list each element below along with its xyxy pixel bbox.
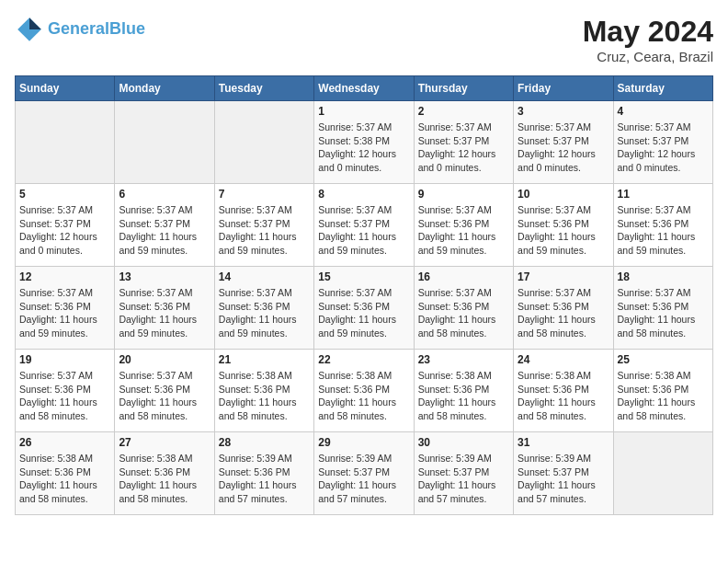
day-info: Sunrise: 5:39 AMSunset: 5:37 PMDaylight:… [418, 452, 509, 506]
logo-text: GeneralBlue [48, 19, 145, 40]
calendar-cell [613, 432, 712, 515]
day-number: 31 [518, 436, 609, 449]
weekday-header-row: SundayMondayTuesdayWednesdayThursdayFrid… [16, 76, 713, 101]
day-number: 7 [219, 188, 310, 201]
day-number: 29 [318, 436, 409, 449]
month-title: May 2024 [583, 15, 713, 49]
calendar-cell [115, 101, 214, 184]
calendar-cell: 8Sunrise: 5:37 AMSunset: 5:37 PMDaylight… [314, 184, 414, 267]
day-number: 2 [418, 105, 509, 118]
calendar-cell: 12Sunrise: 5:37 AMSunset: 5:36 PMDayligh… [16, 267, 115, 350]
calendar-body: 1Sunrise: 5:37 AMSunset: 5:38 PMDaylight… [16, 101, 713, 515]
day-number: 12 [19, 270, 110, 283]
day-number: 14 [219, 270, 310, 283]
day-number: 10 [518, 188, 609, 201]
day-info: Sunrise: 5:37 AMSunset: 5:36 PMDaylight:… [318, 286, 409, 340]
day-number: 28 [219, 436, 310, 449]
weekday-header-sunday: Sunday [16, 76, 115, 101]
calendar-cell: 26Sunrise: 5:38 AMSunset: 5:36 PMDayligh… [16, 432, 115, 515]
calendar-cell: 13Sunrise: 5:37 AMSunset: 5:36 PMDayligh… [115, 267, 214, 350]
page-header: GeneralBlue May 2024 Cruz, Ceara, Brazil [15, 15, 713, 64]
day-info: Sunrise: 5:37 AMSunset: 5:37 PMDaylight:… [119, 203, 210, 258]
day-number: 30 [418, 436, 509, 449]
calendar-cell: 15Sunrise: 5:37 AMSunset: 5:36 PMDayligh… [314, 267, 414, 350]
day-number: 22 [318, 353, 409, 366]
weekday-header-wednesday: Wednesday [314, 76, 414, 101]
day-number: 24 [518, 353, 609, 366]
day-number: 20 [119, 353, 210, 366]
day-info: Sunrise: 5:38 AMSunset: 5:36 PMDaylight:… [518, 369, 609, 423]
day-number: 18 [618, 270, 709, 283]
calendar-cell: 9Sunrise: 5:37 AMSunset: 5:36 PMDaylight… [414, 184, 513, 267]
logo-line2: Blue [109, 19, 145, 38]
day-info: Sunrise: 5:37 AMSunset: 5:36 PMDaylight:… [618, 203, 709, 258]
day-info: Sunrise: 5:37 AMSunset: 5:37 PMDaylight:… [318, 203, 409, 258]
day-number: 15 [318, 270, 409, 283]
logo-icon [15, 15, 44, 44]
calendar-cell: 25Sunrise: 5:38 AMSunset: 5:36 PMDayligh… [613, 350, 712, 432]
weekday-header-saturday: Saturday [613, 76, 712, 101]
weekday-header-monday: Monday [115, 76, 214, 101]
day-number: 17 [518, 270, 609, 283]
calendar-cell: 22Sunrise: 5:38 AMSunset: 5:36 PMDayligh… [314, 350, 414, 432]
calendar-cell: 18Sunrise: 5:37 AMSunset: 5:36 PMDayligh… [613, 267, 712, 350]
day-number: 26 [19, 436, 110, 449]
day-info: Sunrise: 5:38 AMSunset: 5:36 PMDaylight:… [618, 369, 709, 423]
calendar-cell: 30Sunrise: 5:39 AMSunset: 5:37 PMDayligh… [414, 432, 513, 515]
day-info: Sunrise: 5:39 AMSunset: 5:37 PMDaylight:… [318, 452, 409, 506]
calendar-cell: 20Sunrise: 5:37 AMSunset: 5:36 PMDayligh… [115, 350, 214, 432]
weekday-header-tuesday: Tuesday [214, 76, 313, 101]
calendar-cell: 24Sunrise: 5:38 AMSunset: 5:36 PMDayligh… [514, 350, 613, 432]
location-subtitle: Cruz, Ceara, Brazil [583, 49, 713, 64]
calendar-cell: 21Sunrise: 5:38 AMSunset: 5:36 PMDayligh… [214, 350, 313, 432]
day-info: Sunrise: 5:37 AMSunset: 5:37 PMDaylight:… [618, 121, 709, 175]
day-number: 4 [618, 105, 709, 118]
day-info: Sunrise: 5:38 AMSunset: 5:36 PMDaylight:… [219, 369, 310, 423]
calendar-cell: 2Sunrise: 5:37 AMSunset: 5:37 PMDaylight… [414, 101, 513, 184]
title-block: May 2024 Cruz, Ceara, Brazil [583, 15, 713, 64]
day-info: Sunrise: 5:37 AMSunset: 5:36 PMDaylight:… [219, 286, 310, 340]
day-number: 5 [19, 188, 110, 201]
day-info: Sunrise: 5:37 AMSunset: 5:36 PMDaylight:… [119, 369, 210, 423]
day-number: 8 [318, 188, 409, 201]
day-info: Sunrise: 5:37 AMSunset: 5:36 PMDaylight:… [418, 203, 509, 258]
calendar-cell [214, 101, 313, 184]
day-info: Sunrise: 5:37 AMSunset: 5:37 PMDaylight:… [19, 203, 110, 258]
calendar-cell: 28Sunrise: 5:39 AMSunset: 5:36 PMDayligh… [214, 432, 313, 515]
day-info: Sunrise: 5:37 AMSunset: 5:36 PMDaylight:… [518, 286, 609, 340]
calendar-week-row: 19Sunrise: 5:37 AMSunset: 5:36 PMDayligh… [16, 350, 713, 432]
calendar-cell: 4Sunrise: 5:37 AMSunset: 5:37 PMDaylight… [613, 101, 712, 184]
day-info: Sunrise: 5:37 AMSunset: 5:37 PMDaylight:… [418, 121, 509, 175]
day-info: Sunrise: 5:37 AMSunset: 5:36 PMDaylight:… [518, 203, 609, 258]
day-info: Sunrise: 5:37 AMSunset: 5:38 PMDaylight:… [318, 121, 409, 175]
logo: GeneralBlue [15, 15, 145, 44]
calendar-cell: 23Sunrise: 5:38 AMSunset: 5:36 PMDayligh… [414, 350, 513, 432]
day-info: Sunrise: 5:37 AMSunset: 5:36 PMDaylight:… [119, 286, 210, 340]
day-number: 6 [119, 188, 210, 201]
day-number: 3 [518, 105, 609, 118]
day-number: 19 [19, 353, 110, 366]
calendar-cell: 11Sunrise: 5:37 AMSunset: 5:36 PMDayligh… [613, 184, 712, 267]
day-info: Sunrise: 5:38 AMSunset: 5:36 PMDaylight:… [418, 369, 509, 423]
calendar-week-row: 1Sunrise: 5:37 AMSunset: 5:38 PMDaylight… [16, 101, 713, 184]
calendar-cell: 14Sunrise: 5:37 AMSunset: 5:36 PMDayligh… [214, 267, 313, 350]
day-info: Sunrise: 5:37 AMSunset: 5:37 PMDaylight:… [518, 121, 609, 175]
logo-line1: General [48, 19, 109, 38]
day-info: Sunrise: 5:37 AMSunset: 5:36 PMDaylight:… [19, 286, 110, 340]
day-number: 16 [418, 270, 509, 283]
calendar-cell: 17Sunrise: 5:37 AMSunset: 5:36 PMDayligh… [514, 267, 613, 350]
calendar-cell: 5Sunrise: 5:37 AMSunset: 5:37 PMDaylight… [16, 184, 115, 267]
calendar-cell: 29Sunrise: 5:39 AMSunset: 5:37 PMDayligh… [314, 432, 414, 515]
calendar-cell: 3Sunrise: 5:37 AMSunset: 5:37 PMDaylight… [514, 101, 613, 184]
day-info: Sunrise: 5:38 AMSunset: 5:36 PMDaylight:… [318, 369, 409, 423]
day-info: Sunrise: 5:39 AMSunset: 5:37 PMDaylight:… [518, 452, 609, 506]
day-number: 21 [219, 353, 310, 366]
day-info: Sunrise: 5:38 AMSunset: 5:36 PMDaylight:… [119, 452, 210, 506]
day-number: 13 [119, 270, 210, 283]
calendar-table: SundayMondayTuesdayWednesdayThursdayFrid… [15, 75, 713, 515]
calendar-cell: 16Sunrise: 5:37 AMSunset: 5:36 PMDayligh… [414, 267, 513, 350]
svg-marker-1 [29, 17, 41, 29]
day-info: Sunrise: 5:39 AMSunset: 5:36 PMDaylight:… [219, 452, 310, 506]
calendar-cell: 31Sunrise: 5:39 AMSunset: 5:37 PMDayligh… [514, 432, 613, 515]
day-info: Sunrise: 5:37 AMSunset: 5:36 PMDaylight:… [19, 369, 110, 423]
